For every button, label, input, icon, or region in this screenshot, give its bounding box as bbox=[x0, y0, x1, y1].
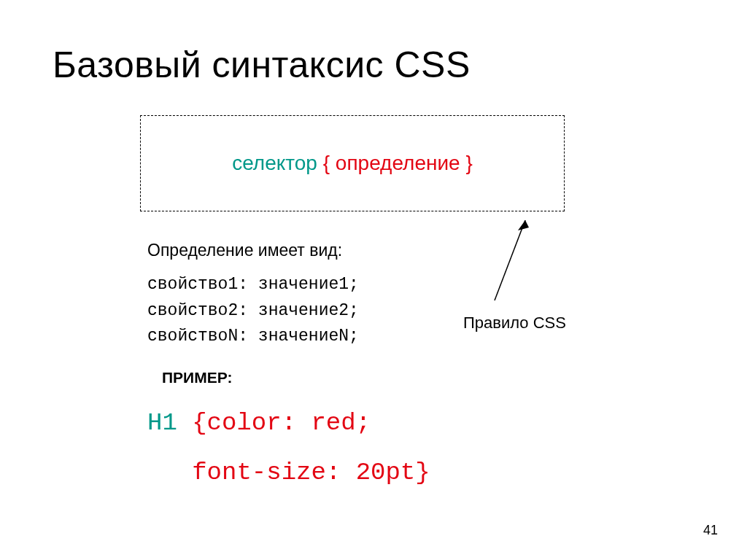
slide-title: Базовый синтаксис CSS bbox=[53, 44, 694, 86]
example-body-1: {color: red; bbox=[177, 409, 371, 437]
property-line: свойство2: значение2; bbox=[147, 298, 694, 324]
page-number: 41 bbox=[703, 523, 718, 538]
property-line: свойствоN: значениеN; bbox=[147, 324, 694, 350]
svg-marker-1 bbox=[518, 220, 529, 230]
property-list: свойство1: значение1; свойство2: значени… bbox=[147, 272, 694, 350]
example-body-2: font-size: 20pt} bbox=[147, 459, 430, 486]
definition-subtitle: Определение имеет вид: bbox=[147, 241, 694, 260]
example-selector: H1 bbox=[147, 409, 177, 437]
brace-open: { bbox=[323, 152, 330, 174]
brace-close: } bbox=[465, 152, 472, 174]
rule-caption: Правило CSS bbox=[463, 314, 566, 332]
example-code: H1 {color: red; font-size: 20pt} bbox=[147, 398, 694, 497]
definition-text: определение bbox=[336, 152, 460, 174]
property-line: свойство1: значение1; bbox=[147, 272, 694, 298]
selector-text: селектор bbox=[232, 152, 317, 174]
css-rule-box: селектор { определение } bbox=[140, 115, 565, 211]
example-label: ПРИМЕР: bbox=[162, 369, 694, 386]
